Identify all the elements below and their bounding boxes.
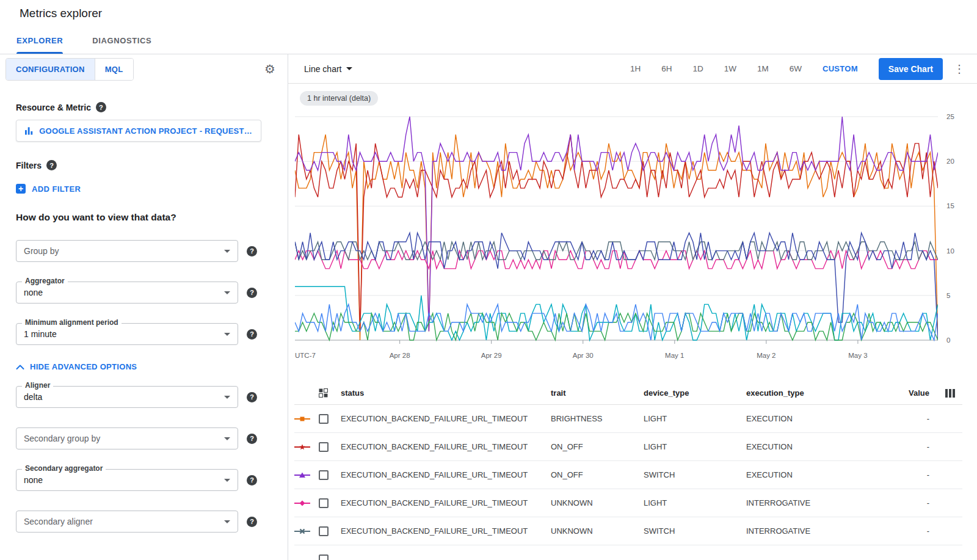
resource-metric-section: Resource & Metric ? xyxy=(16,102,272,112)
page-title: Metrics explorer xyxy=(20,7,102,20)
row-execution-type: INTERROGATIVE xyxy=(746,526,889,536)
tab-bar: EXPLORER DIAGNOSTICS xyxy=(0,27,977,54)
x-marker-icon xyxy=(294,527,310,536)
chart-block: 1 hr interval (delta) 0510152025 UTC-7Ap… xyxy=(288,84,977,372)
help-icon[interactable]: ? xyxy=(247,475,257,485)
y-axis-tick-label: 5 xyxy=(946,292,950,299)
aligner-field: Aligner delta ? xyxy=(16,386,272,408)
row-status: EXECUTION_BACKEND_FAILURE_URL_TIMEOUT xyxy=(341,414,551,423)
mql-mode-button[interactable]: MQL xyxy=(95,59,133,80)
row-checkbox[interactable] xyxy=(319,414,329,424)
table-row-partial[interactable] xyxy=(294,545,962,560)
help-icon[interactable]: ? xyxy=(247,246,257,256)
x-axis-tick-label: UTC-7 xyxy=(295,352,316,359)
x-axis-tick-label: May 1 xyxy=(665,352,684,359)
x-axis-labels: UTC-7Apr 28Apr 29Apr 30May 1May 2May 3 xyxy=(295,352,938,363)
tab-diagnostics[interactable]: DIAGNOSTICS xyxy=(92,27,166,54)
row-value: - xyxy=(889,498,929,507)
legend-toggle-icon[interactable] xyxy=(319,388,328,398)
column-header-device-type[interactable]: device_type xyxy=(644,388,746,398)
line-chart[interactable]: 0510152025 xyxy=(295,112,938,350)
help-icon[interactable]: ? xyxy=(96,102,106,112)
add-filter-label: ADD FILTER xyxy=(32,184,81,194)
aligner-value: delta xyxy=(24,392,224,402)
filters-section: Filters ? xyxy=(16,160,272,170)
row-execution-type: EXECUTION xyxy=(746,414,889,423)
aligner-label: Aligner xyxy=(22,381,53,390)
series-marker xyxy=(294,471,319,479)
hide-advanced-options-label: HIDE ADVANCED OPTIONS xyxy=(30,362,137,371)
add-icon: + xyxy=(16,184,26,194)
help-icon[interactable]: ? xyxy=(247,434,257,444)
chevron-down-icon xyxy=(224,520,230,523)
configuration-mode-button[interactable]: CONFIGURATION xyxy=(6,59,95,80)
column-settings-icon[interactable] xyxy=(945,389,955,398)
time-range-6h-button[interactable]: 6H xyxy=(661,64,672,73)
row-value: - xyxy=(889,470,929,479)
table-row[interactable]: EXECUTION_BACKEND_FAILURE_URL_TIMEOUTON_… xyxy=(294,433,962,461)
tab-explorer[interactable]: EXPLORER xyxy=(16,27,78,54)
time-range-6w-button[interactable]: 6W xyxy=(790,64,802,73)
time-range-1w-button[interactable]: 1W xyxy=(724,64,736,73)
help-icon[interactable]: ? xyxy=(247,288,257,298)
table-row[interactable]: EXECUTION_BACKEND_FAILURE_URL_TIMEOUTUNK… xyxy=(294,517,962,545)
chart-panel: Line chart 1H6H1D1W1M6W CUSTOM Save Char… xyxy=(288,54,977,560)
row-value: - xyxy=(889,526,929,536)
configuration-panel: CONFIGURATION MQL ⚙︎ Resource & Metric ? xyxy=(0,54,288,560)
table-row[interactable]: EXECUTION_BACKEND_FAILURE_URL_TIMEOUTON_… xyxy=(294,461,962,489)
more-options-icon[interactable]: ⋮ xyxy=(954,62,965,76)
y-axis-labels: 0510152025 xyxy=(938,112,962,350)
row-checkbox[interactable] xyxy=(319,498,329,508)
row-checkbox[interactable] xyxy=(319,470,329,480)
help-icon[interactable]: ? xyxy=(247,329,257,340)
time-range-1m-button[interactable]: 1M xyxy=(757,64,769,73)
row-trait: UNKNOWN xyxy=(551,526,644,536)
help-icon[interactable]: ? xyxy=(46,160,57,170)
help-icon[interactable]: ? xyxy=(247,517,257,527)
column-header-value[interactable]: Value xyxy=(889,388,929,398)
time-range-custom-button[interactable]: CUSTOM xyxy=(823,64,858,73)
chevron-down-icon xyxy=(346,67,352,70)
series-table: status trait device_type execution_type … xyxy=(294,382,962,560)
row-checkbox[interactable] xyxy=(319,555,329,560)
aggregator-select[interactable]: Aggregator none xyxy=(16,282,238,304)
aligner-select[interactable]: Aligner delta xyxy=(16,386,238,408)
row-checkbox[interactable] xyxy=(319,526,329,536)
column-header-trait[interactable]: trait xyxy=(551,388,644,398)
group-by-select[interactable]: Group by xyxy=(16,240,238,262)
bar-chart-icon xyxy=(25,126,33,135)
y-axis-tick-label: 15 xyxy=(946,202,954,209)
secondary-aligner-placeholder: Secondary aligner xyxy=(24,517,224,526)
hide-advanced-options-button[interactable]: HIDE ADVANCED OPTIONS xyxy=(16,362,137,371)
secondary-group-by-select[interactable]: Secondary group by xyxy=(16,427,238,449)
time-range-1h-button[interactable]: 1H xyxy=(630,64,641,73)
secondary-aligner-select[interactable]: Secondary aligner xyxy=(16,511,238,533)
chart-type-dropdown[interactable]: Line chart xyxy=(304,64,352,74)
selected-metric-button[interactable]: GOOGLE ASSISTANT ACTION PROJECT - REQUES… xyxy=(16,120,261,142)
chevron-down-icon xyxy=(224,291,230,294)
row-execution-type: INTERROGATIVE xyxy=(746,498,889,507)
column-header-execution-type[interactable]: execution_type xyxy=(746,388,889,398)
min-alignment-select[interactable]: Minimum alignment period 1 minute xyxy=(16,323,238,345)
table-row[interactable]: EXECUTION_BACKEND_FAILURE_URL_TIMEOUTBRI… xyxy=(294,405,962,433)
table-row[interactable]: EXECUTION_BACKEND_FAILURE_URL_TIMEOUTUNK… xyxy=(294,489,962,517)
column-header-status[interactable]: status xyxy=(341,388,551,398)
add-filter-button[interactable]: + ADD FILTER xyxy=(16,184,81,194)
chart-series-line xyxy=(295,134,938,340)
x-axis-tick-label: May 2 xyxy=(757,352,775,359)
row-status: EXECUTION_BACKEND_FAILURE_URL_TIMEOUT xyxy=(341,470,551,479)
star-marker-icon xyxy=(294,443,310,451)
row-device-type: LIGHT xyxy=(644,498,746,507)
time-range-1d-button[interactable]: 1D xyxy=(692,64,703,73)
save-chart-button[interactable]: Save Chart xyxy=(879,58,943,80)
chevron-down-icon xyxy=(224,250,230,253)
gear-icon[interactable]: ⚙︎ xyxy=(264,63,275,75)
series-marker xyxy=(294,527,319,536)
row-checkbox[interactable] xyxy=(319,442,329,452)
table-header: status trait device_type execution_type … xyxy=(294,382,962,405)
y-axis-tick-label: 10 xyxy=(946,247,954,255)
x-axis-tick-label: May 3 xyxy=(848,352,867,359)
view-data-heading: How do you want to view that data? xyxy=(16,212,272,223)
secondary-aggregator-select[interactable]: Secondary aggregator none xyxy=(16,469,238,491)
help-icon[interactable]: ? xyxy=(247,392,257,402)
